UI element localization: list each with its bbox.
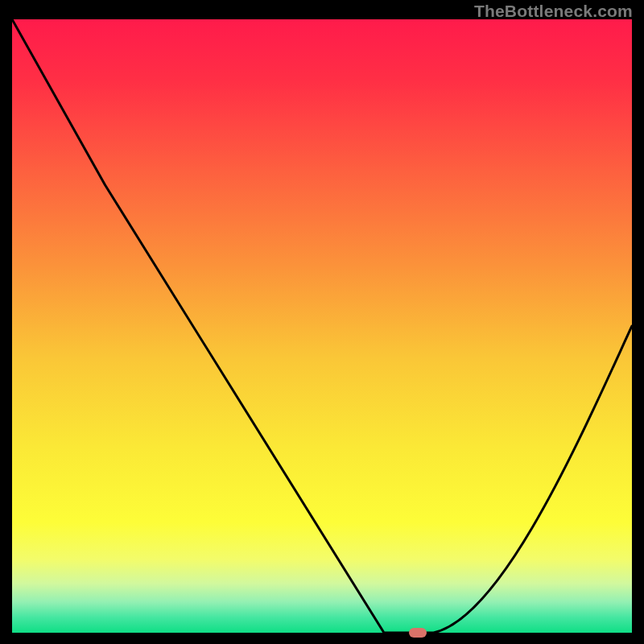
optimal-marker: [409, 628, 427, 638]
plot-area: [12, 19, 632, 633]
chart-container: TheBottleneck.com: [0, 0, 644, 644]
bottleneck-curve: [12, 19, 632, 633]
watermark-text: TheBottleneck.com: [474, 2, 633, 21]
